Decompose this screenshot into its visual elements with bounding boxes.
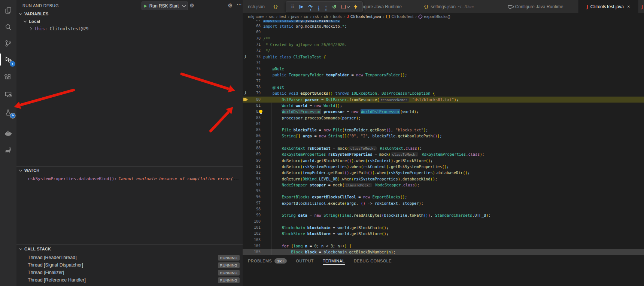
code-line-73[interactable]: 73)public class CliToolsTest {	[243, 54, 644, 60]
restart-icon[interactable]: ↺	[332, 4, 337, 9]
code-line-97[interactable]: 97 exportBlocksCliTool.execute(args, () …	[243, 200, 644, 206]
testing-icon[interactable]	[0, 105, 16, 120]
line-number[interactable]: 102	[248, 231, 261, 237]
code-line-84[interactable]: 84	[243, 121, 644, 127]
step-into-icon[interactable]: ↓	[318, 4, 320, 9]
drag-handle-icon[interactable]: ⠿	[291, 4, 294, 9]
code-line-99[interactable]: 99 String data = new String(Files.readAl…	[243, 212, 644, 218]
hot-code-replace-icon[interactable]	[354, 4, 358, 9]
lightbulb-icon[interactable]	[259, 110, 262, 113]
code-line-98[interactable]: 98	[243, 206, 644, 212]
code-line-101[interactable]: 101 Blockchain blockchain = world.getBlo…	[243, 225, 644, 231]
line-number[interactable]: 80	[248, 97, 261, 103]
run-config-dropdown[interactable]: ▶ Run RSK Start	[142, 1, 188, 10]
tab-clitoolstest-java[interactable]: JCliToolsTest.java×	[578, 0, 638, 13]
breadcrumb-item[interactable]: rskj-core›	[248, 14, 269, 19]
code-line-94[interactable]: 94 NodeStopper stopper = mock(classToMoc…	[243, 182, 644, 188]
run-and-debug-icon[interactable]: 1	[0, 52, 16, 67]
code-line-103[interactable]: 103	[243, 237, 644, 243]
panel-tab-output[interactable]: OUTPUT	[296, 259, 314, 264]
breadcrumb-item[interactable]: rsk›	[313, 14, 324, 19]
code-line-90[interactable]: 90 doReturn(world.getBlockStore()).when(…	[243, 158, 644, 164]
line-number[interactable]: 105	[248, 249, 261, 255]
line-number[interactable]: 72	[248, 48, 261, 54]
code-line-76[interactable]: 76 public TemporaryFolder tempFolder = n…	[243, 72, 644, 78]
line-number[interactable]: 88	[248, 145, 261, 151]
code-line-91[interactable]: 91 doReturn(rskSystemProperties).when(rs…	[243, 164, 644, 170]
line-number[interactable]: 100	[248, 219, 261, 225]
line-number[interactable]: 75	[248, 66, 261, 72]
launch-config-gear-icon[interactable]: ⚙	[189, 2, 194, 9]
fold-icon[interactable]: )	[244, 54, 247, 60]
line-number[interactable]: 89	[248, 151, 261, 157]
panel-tab-terminal[interactable]: TERMINAL	[323, 259, 345, 265]
code-line-88[interactable]: 88 RskContext rskContext = mock(classToM…	[243, 145, 644, 151]
line-number[interactable]: 67	[248, 20, 261, 23]
code-line-77[interactable]: 77	[243, 78, 644, 84]
call-stack-thread[interactable]: Thread [Finalizer]RUNNING	[16, 269, 243, 276]
line-number[interactable]: 77	[248, 78, 261, 84]
tab-partial-java[interactable]: J	[638, 0, 644, 13]
gradle-icon[interactable]	[0, 143, 16, 158]
watch-expression[interactable]: rskSystemProperties.databaseKind(): Cann…	[28, 175, 241, 182]
code-line-78[interactable]: 78 @Test	[243, 84, 644, 90]
line-number[interactable]: 74	[248, 60, 261, 66]
call-stack-thread[interactable]: Thread [Signal Dispatcher]RUNNING	[16, 261, 243, 269]
line-number[interactable]: 69	[248, 29, 261, 35]
line-number[interactable]: 87	[248, 139, 261, 145]
line-number[interactable]: 98	[248, 206, 261, 212]
code-line-93[interactable]: 93 doReturn(DbKind.LEVEL_DB).when(rskSys…	[243, 176, 644, 182]
continue-icon[interactable]: ▶	[299, 5, 303, 9]
step-out-icon[interactable]: ↑	[325, 4, 327, 9]
tab-launch-json[interactable]: nch.json	[243, 0, 270, 13]
code-line-89[interactable]: 89 RskSystemProperties rskSystemProperti…	[243, 151, 644, 157]
search-icon[interactable]	[0, 20, 16, 35]
breadcrumb-item[interactable]: test›	[279, 14, 291, 19]
code-line-102[interactable]: 102 BlockStore blockStore = world.getBlo…	[243, 231, 644, 237]
breadcrumb-item[interactable]: JCliToolsTest.java›	[347, 14, 386, 19]
line-number[interactable]: 81	[248, 103, 261, 109]
code-line-80[interactable]: 80 DslParser parser = DslParser.fromReso…	[243, 97, 644, 103]
code-line-74[interactable]: 74	[243, 60, 644, 66]
code-line-100[interactable]: 100	[243, 219, 644, 225]
line-number[interactable]: 103	[248, 237, 261, 243]
code-line-86[interactable]: 86 String[] args = new String[]{"0", "2"…	[243, 133, 644, 139]
breadcrumb-item[interactable]: src›	[269, 14, 279, 19]
line-number[interactable]: 96	[248, 194, 261, 200]
variables-section-header[interactable]: VARIABLES	[16, 10, 243, 17]
line-number[interactable]: 84	[248, 121, 261, 127]
source-control-icon[interactable]	[0, 36, 16, 51]
section-divider[interactable]	[16, 166, 243, 167]
line-number[interactable]: 94	[248, 182, 261, 188]
panel-tab-problems[interactable]: PROBLEMS1K+	[248, 258, 287, 265]
breadcrumb-item[interactable]: co›	[304, 14, 313, 19]
code-line-105[interactable]: 105 Block block = blockchain.getBlockByN…	[243, 249, 644, 255]
code-line-85[interactable]: 85 File blocksFile = new File(tempFolder…	[243, 127, 644, 133]
code-line-82[interactable]: 82 WorldDslProcessor processor = new Wor…	[243, 109, 644, 115]
code-line-71[interactable]: 71 * Created by ajlopez on 26/04/2020.	[243, 42, 644, 48]
tab-configure-java-runtime-2[interactable]: Configure Java Runtime	[493, 0, 578, 13]
fold-icon[interactable]: )	[244, 90, 247, 97]
code-line-67[interactable]: 67import static org.junit.Assert.*;	[243, 20, 644, 23]
code-line-92[interactable]: 92 doReturn(tempFolder.getRoot().getPath…	[243, 170, 644, 176]
variables-scope-local[interactable]: Local	[24, 18, 40, 25]
close-icon[interactable]: ×	[627, 4, 630, 9]
call-stack-thread[interactable]: Thread [ReaderThread]RUNNING	[16, 254, 243, 261]
line-number[interactable]: 76	[248, 72, 261, 78]
section-divider[interactable]	[16, 244, 243, 245]
line-number[interactable]: 79	[248, 90, 261, 96]
code-line-95[interactable]: 95	[243, 188, 644, 194]
breadcrumb-item[interactable]: CliToolsTest›	[386, 14, 419, 19]
breadcrumb-item[interactable]: tools›	[333, 14, 347, 19]
line-number[interactable]: 78	[248, 84, 261, 90]
line-number[interactable]: 86	[248, 133, 261, 139]
code-line-72[interactable]: 72 */	[243, 48, 644, 54]
line-number[interactable]: 90	[248, 158, 261, 164]
stop-button[interactable]	[341, 5, 349, 9]
call-stack-section-header[interactable]: CALL STACK	[16, 246, 243, 252]
code-line-70[interactable]: 70/**	[243, 36, 644, 42]
line-number[interactable]: 68	[248, 23, 261, 29]
line-number[interactable]: 70	[248, 36, 261, 42]
line-number[interactable]: 93	[248, 176, 261, 182]
code-line-96[interactable]: 96 ExportBlocks exportBlocksCliTool = ne…	[243, 194, 644, 200]
